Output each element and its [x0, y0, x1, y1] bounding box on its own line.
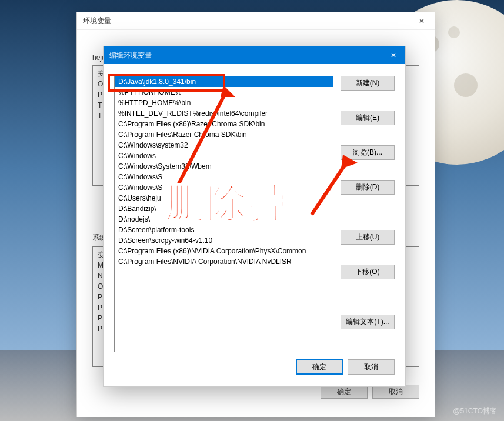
edit-dialog-titlebar: 编辑环境变量 ✕ [104, 46, 405, 64]
path-row[interactable]: %HTTPD_HOME%\bin [115, 98, 333, 108]
path-row[interactable]: %PYTHONHOME% [115, 87, 333, 98]
env-vars-title: 环境变量 [83, 16, 111, 26]
watermark: @51CTO博客 [453, 406, 497, 416]
path-row[interactable]: C:\Users\heju [115, 193, 333, 203]
path-row[interactable]: C:\Windows\S [115, 182, 333, 193]
delete-button[interactable]: 删除(D) [341, 180, 395, 195]
path-listbox[interactable]: D:\Java\jdk1.8.0_341\bin%PYTHONHOME%%HTT… [114, 76, 333, 352]
path-row[interactable]: C:\Program Files\NVIDIA Corporation\NVID… [115, 256, 333, 267]
path-row[interactable]: C:\Windows\system32 [115, 140, 333, 151]
path-row[interactable]: C:\Windows\S [115, 172, 333, 182]
close-button[interactable]: ✕ [408, 12, 435, 30]
path-row[interactable]: D:\Screen\platform-tools [115, 225, 333, 235]
path-row[interactable]: C:\Program Files (x86)\NVIDIA Corporatio… [115, 246, 333, 256]
move-up-button[interactable]: 上移(U) [341, 230, 395, 245]
edit-text-button[interactable]: 编辑文本(T)... [341, 315, 395, 329]
edit-button[interactable]: 编辑(E) [341, 111, 395, 125]
env-vars-titlebar: 环境变量 ✕ [77, 12, 435, 30]
close-icon: ✕ [390, 51, 396, 59]
path-row[interactable]: C:\Program Files\Razer Chroma SDK\bin [115, 129, 333, 140]
new-button[interactable]: 新建(N) [341, 76, 395, 91]
dialog-close-button[interactable]: ✕ [382, 46, 405, 64]
path-row[interactable]: C:\Windows [115, 151, 333, 161]
button-column: 新建(N) 编辑(E) 浏览(B)... 删除(D) 上移(U) 下移(O) 编… [341, 76, 395, 352]
path-row[interactable]: D:\Java\jdk1.8.0_341\bin [115, 76, 333, 87]
path-row[interactable]: %INTEL_DEV_REDIST%redist\intel64\compile… [115, 108, 333, 119]
path-row[interactable]: C:\Program Files (x86)\Razer Chroma SDK\… [115, 119, 333, 129]
path-row[interactable]: D:\Screen\scrcpy-win64-v1.10 [115, 235, 333, 246]
path-row[interactable]: D:\nodejs\ [115, 214, 333, 225]
cancel-button[interactable]: 取消 [348, 359, 395, 375]
path-row[interactable]: D:\Bandizip\ [115, 203, 333, 214]
browse-button[interactable]: 浏览(B)... [341, 145, 395, 160]
close-icon: ✕ [419, 17, 425, 25]
ok-button[interactable]: 确定 [296, 359, 343, 375]
move-down-button[interactable]: 下移(O) [341, 265, 395, 279]
edit-dialog-title: 编辑环境变量 [109, 51, 152, 61]
path-row[interactable]: C:\Windows\System32\Wbem [115, 161, 333, 172]
edit-env-var-dialog: 编辑环境变量 ✕ D:\Java\jdk1.8.0_341\bin%PYTHON… [103, 46, 406, 387]
